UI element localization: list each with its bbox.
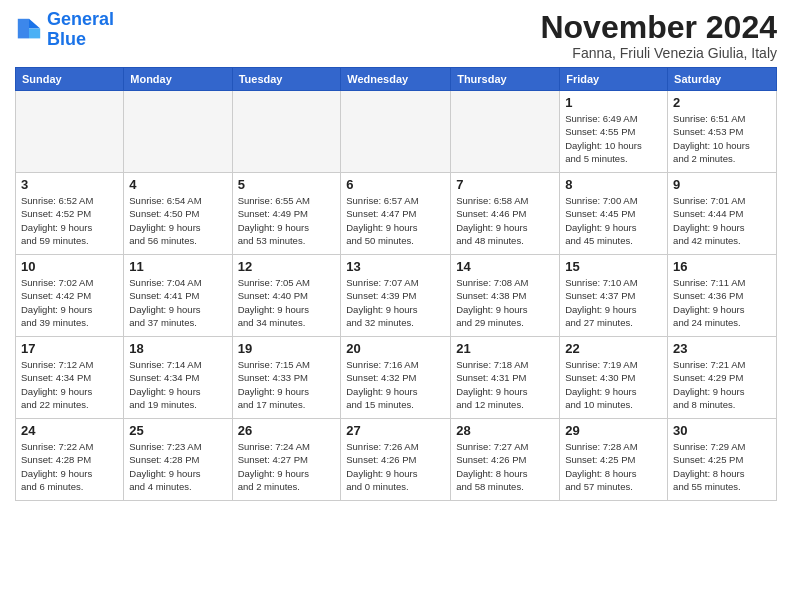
day-info: Sunrise: 7:15 AMSunset: 4:33 PMDaylight:… bbox=[238, 358, 336, 411]
day-info: Sunrise: 7:18 AMSunset: 4:31 PMDaylight:… bbox=[456, 358, 554, 411]
calendar-cell: 1Sunrise: 6:49 AMSunset: 4:55 PMDaylight… bbox=[560, 91, 668, 173]
day-info: Sunrise: 7:22 AMSunset: 4:28 PMDaylight:… bbox=[21, 440, 118, 493]
header: General Blue November 2024 Fanna, Friuli… bbox=[15, 10, 777, 61]
day-number: 4 bbox=[129, 177, 226, 192]
day-info: Sunrise: 7:27 AMSunset: 4:26 PMDaylight:… bbox=[456, 440, 554, 493]
calendar-cell: 7Sunrise: 6:58 AMSunset: 4:46 PMDaylight… bbox=[451, 173, 560, 255]
calendar-cell: 8Sunrise: 7:00 AMSunset: 4:45 PMDaylight… bbox=[560, 173, 668, 255]
day-info: Sunrise: 7:08 AMSunset: 4:38 PMDaylight:… bbox=[456, 276, 554, 329]
week-row-0: 1Sunrise: 6:49 AMSunset: 4:55 PMDaylight… bbox=[16, 91, 777, 173]
calendar-cell: 13Sunrise: 7:07 AMSunset: 4:39 PMDayligh… bbox=[341, 255, 451, 337]
day-info: Sunrise: 7:29 AMSunset: 4:25 PMDaylight:… bbox=[673, 440, 771, 493]
header-monday: Monday bbox=[124, 68, 232, 91]
day-number: 19 bbox=[238, 341, 336, 356]
day-info: Sunrise: 6:58 AMSunset: 4:46 PMDaylight:… bbox=[456, 194, 554, 247]
day-number: 23 bbox=[673, 341, 771, 356]
logo-icon bbox=[15, 16, 43, 44]
day-info: Sunrise: 7:21 AMSunset: 4:29 PMDaylight:… bbox=[673, 358, 771, 411]
calendar-cell bbox=[16, 91, 124, 173]
calendar-cell: 10Sunrise: 7:02 AMSunset: 4:42 PMDayligh… bbox=[16, 255, 124, 337]
day-info: Sunrise: 7:02 AMSunset: 4:42 PMDaylight:… bbox=[21, 276, 118, 329]
day-info: Sunrise: 7:19 AMSunset: 4:30 PMDaylight:… bbox=[565, 358, 662, 411]
calendar-cell: 9Sunrise: 7:01 AMSunset: 4:44 PMDaylight… bbox=[668, 173, 777, 255]
calendar-cell: 5Sunrise: 6:55 AMSunset: 4:49 PMDaylight… bbox=[232, 173, 341, 255]
day-info: Sunrise: 6:54 AMSunset: 4:50 PMDaylight:… bbox=[129, 194, 226, 247]
day-info: Sunrise: 7:16 AMSunset: 4:32 PMDaylight:… bbox=[346, 358, 445, 411]
calendar-cell: 18Sunrise: 7:14 AMSunset: 4:34 PMDayligh… bbox=[124, 337, 232, 419]
calendar-cell: 17Sunrise: 7:12 AMSunset: 4:34 PMDayligh… bbox=[16, 337, 124, 419]
week-row-3: 17Sunrise: 7:12 AMSunset: 4:34 PMDayligh… bbox=[16, 337, 777, 419]
day-info: Sunrise: 7:14 AMSunset: 4:34 PMDaylight:… bbox=[129, 358, 226, 411]
header-saturday: Saturday bbox=[668, 68, 777, 91]
day-number: 24 bbox=[21, 423, 118, 438]
title-block: November 2024 Fanna, Friuli Venezia Giul… bbox=[540, 10, 777, 61]
calendar-cell bbox=[124, 91, 232, 173]
header-tuesday: Tuesday bbox=[232, 68, 341, 91]
day-info: Sunrise: 7:23 AMSunset: 4:28 PMDaylight:… bbox=[129, 440, 226, 493]
calendar-cell: 14Sunrise: 7:08 AMSunset: 4:38 PMDayligh… bbox=[451, 255, 560, 337]
day-number: 5 bbox=[238, 177, 336, 192]
day-info: Sunrise: 7:12 AMSunset: 4:34 PMDaylight:… bbox=[21, 358, 118, 411]
location: Fanna, Friuli Venezia Giulia, Italy bbox=[540, 45, 777, 61]
day-number: 17 bbox=[21, 341, 118, 356]
day-info: Sunrise: 7:10 AMSunset: 4:37 PMDaylight:… bbox=[565, 276, 662, 329]
day-info: Sunrise: 7:01 AMSunset: 4:44 PMDaylight:… bbox=[673, 194, 771, 247]
calendar-table: Sunday Monday Tuesday Wednesday Thursday… bbox=[15, 67, 777, 501]
day-info: Sunrise: 6:55 AMSunset: 4:49 PMDaylight:… bbox=[238, 194, 336, 247]
calendar-cell: 6Sunrise: 6:57 AMSunset: 4:47 PMDaylight… bbox=[341, 173, 451, 255]
calendar-page: General Blue November 2024 Fanna, Friuli… bbox=[0, 0, 792, 511]
day-number: 3 bbox=[21, 177, 118, 192]
calendar-cell: 20Sunrise: 7:16 AMSunset: 4:32 PMDayligh… bbox=[341, 337, 451, 419]
day-info: Sunrise: 6:51 AMSunset: 4:53 PMDaylight:… bbox=[673, 112, 771, 165]
day-info: Sunrise: 7:26 AMSunset: 4:26 PMDaylight:… bbox=[346, 440, 445, 493]
day-number: 13 bbox=[346, 259, 445, 274]
calendar-cell: 21Sunrise: 7:18 AMSunset: 4:31 PMDayligh… bbox=[451, 337, 560, 419]
week-row-2: 10Sunrise: 7:02 AMSunset: 4:42 PMDayligh… bbox=[16, 255, 777, 337]
month-title: November 2024 bbox=[540, 10, 777, 45]
weekday-header-row: Sunday Monday Tuesday Wednesday Thursday… bbox=[16, 68, 777, 91]
day-info: Sunrise: 7:28 AMSunset: 4:25 PMDaylight:… bbox=[565, 440, 662, 493]
day-number: 12 bbox=[238, 259, 336, 274]
day-number: 18 bbox=[129, 341, 226, 356]
day-number: 29 bbox=[565, 423, 662, 438]
logo-text: General Blue bbox=[47, 10, 114, 50]
day-number: 28 bbox=[456, 423, 554, 438]
day-number: 21 bbox=[456, 341, 554, 356]
calendar-cell: 19Sunrise: 7:15 AMSunset: 4:33 PMDayligh… bbox=[232, 337, 341, 419]
day-number: 25 bbox=[129, 423, 226, 438]
day-number: 10 bbox=[21, 259, 118, 274]
calendar-header: Sunday Monday Tuesday Wednesday Thursday… bbox=[16, 68, 777, 91]
week-row-1: 3Sunrise: 6:52 AMSunset: 4:52 PMDaylight… bbox=[16, 173, 777, 255]
calendar-cell: 15Sunrise: 7:10 AMSunset: 4:37 PMDayligh… bbox=[560, 255, 668, 337]
calendar-cell: 23Sunrise: 7:21 AMSunset: 4:29 PMDayligh… bbox=[668, 337, 777, 419]
day-number: 11 bbox=[129, 259, 226, 274]
calendar-cell bbox=[341, 91, 451, 173]
day-number: 16 bbox=[673, 259, 771, 274]
day-info: Sunrise: 6:52 AMSunset: 4:52 PMDaylight:… bbox=[21, 194, 118, 247]
calendar-body: 1Sunrise: 6:49 AMSunset: 4:55 PMDaylight… bbox=[16, 91, 777, 501]
calendar-cell: 4Sunrise: 6:54 AMSunset: 4:50 PMDaylight… bbox=[124, 173, 232, 255]
day-number: 22 bbox=[565, 341, 662, 356]
day-number: 27 bbox=[346, 423, 445, 438]
day-info: Sunrise: 7:24 AMSunset: 4:27 PMDaylight:… bbox=[238, 440, 336, 493]
calendar-cell: 25Sunrise: 7:23 AMSunset: 4:28 PMDayligh… bbox=[124, 419, 232, 501]
calendar-cell bbox=[451, 91, 560, 173]
calendar-cell: 12Sunrise: 7:05 AMSunset: 4:40 PMDayligh… bbox=[232, 255, 341, 337]
day-number: 15 bbox=[565, 259, 662, 274]
calendar-cell: 22Sunrise: 7:19 AMSunset: 4:30 PMDayligh… bbox=[560, 337, 668, 419]
day-number: 14 bbox=[456, 259, 554, 274]
calendar-cell bbox=[232, 91, 341, 173]
calendar-cell: 29Sunrise: 7:28 AMSunset: 4:25 PMDayligh… bbox=[560, 419, 668, 501]
logo-line1: General bbox=[47, 9, 114, 29]
logo-line2: Blue bbox=[47, 29, 86, 49]
day-info: Sunrise: 7:00 AMSunset: 4:45 PMDaylight:… bbox=[565, 194, 662, 247]
day-number: 20 bbox=[346, 341, 445, 356]
day-info: Sunrise: 6:57 AMSunset: 4:47 PMDaylight:… bbox=[346, 194, 445, 247]
header-thursday: Thursday bbox=[451, 68, 560, 91]
calendar-cell: 28Sunrise: 7:27 AMSunset: 4:26 PMDayligh… bbox=[451, 419, 560, 501]
calendar-cell: 30Sunrise: 7:29 AMSunset: 4:25 PMDayligh… bbox=[668, 419, 777, 501]
day-number: 8 bbox=[565, 177, 662, 192]
day-info: Sunrise: 7:04 AMSunset: 4:41 PMDaylight:… bbox=[129, 276, 226, 329]
logo: General Blue bbox=[15, 10, 114, 50]
week-row-4: 24Sunrise: 7:22 AMSunset: 4:28 PMDayligh… bbox=[16, 419, 777, 501]
